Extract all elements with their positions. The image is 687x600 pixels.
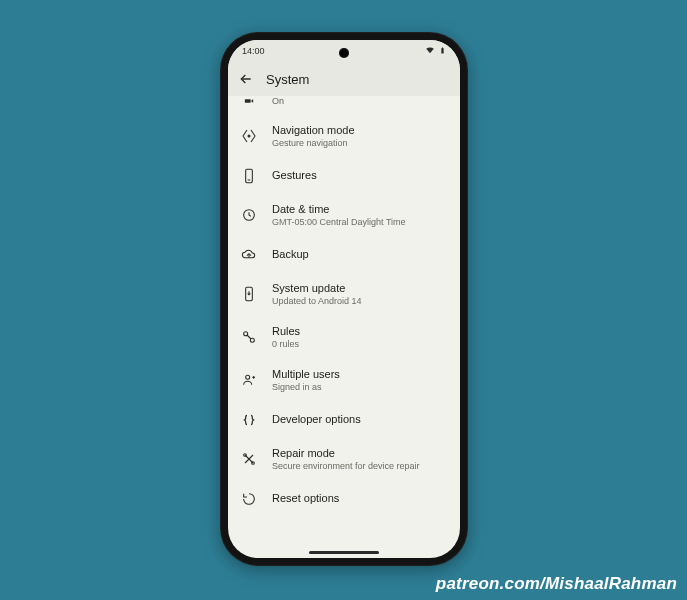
item-title: Multiple users [272, 368, 340, 382]
item-title: Rules [272, 325, 300, 339]
item-title: System update [272, 282, 362, 296]
developer-icon [240, 411, 258, 429]
wifi-icon [425, 45, 435, 57]
item-title: Developer options [272, 413, 361, 427]
page-title: System [266, 72, 309, 87]
navigation-icon [240, 127, 258, 145]
repair-icon [240, 450, 258, 468]
screen: 14:00 System On [228, 40, 460, 558]
list-item-backup[interactable]: Backup [228, 237, 460, 273]
list-item-date-time[interactable]: Date & time GMT-05:00 Central Daylight T… [228, 194, 460, 237]
item-title: Date & time [272, 203, 406, 217]
status-time: 14:00 [242, 46, 265, 56]
partial-icon [240, 96, 258, 106]
item-sub: 0 rules [272, 339, 300, 350]
item-title: Gestures [272, 169, 317, 183]
list-item-system-update[interactable]: System update Updated to Android 14 [228, 273, 460, 316]
item-title: Backup [272, 248, 309, 262]
front-camera [339, 48, 349, 58]
backup-icon [240, 246, 258, 264]
svg-rect-0 [245, 99, 251, 102]
list-item-rules[interactable]: Rules 0 rules [228, 316, 460, 359]
phone-frame: 14:00 System On [220, 32, 468, 566]
back-button[interactable] [238, 71, 254, 87]
gestures-icon [240, 167, 258, 185]
list-item-multiple-users[interactable]: Multiple users Signed in as [228, 359, 460, 402]
app-bar: System [228, 62, 460, 96]
clock-icon [240, 206, 258, 224]
item-sub: Gesture navigation [272, 138, 355, 149]
list-item-partial[interactable]: On [228, 96, 460, 115]
item-sub: Updated to Android 14 [272, 296, 362, 307]
update-icon [240, 285, 258, 303]
list-item-repair-mode[interactable]: Repair mode Secure environment for devic… [228, 438, 460, 481]
gesture-nav-bar[interactable] [309, 551, 379, 554]
partial-sub: On [272, 96, 284, 107]
item-sub: Secure environment for device repair [272, 461, 420, 472]
item-sub: Signed in as [272, 382, 340, 393]
item-title: Repair mode [272, 447, 420, 461]
settings-list: On Navigation mode Gesture navigation Ge… [228, 96, 460, 558]
svg-rect-2 [246, 169, 253, 182]
list-item-developer-options[interactable]: Developer options [228, 402, 460, 438]
watermark: patreon.com/MishaalRahman [436, 574, 677, 594]
list-item-gestures[interactable]: Gestures [228, 158, 460, 194]
svg-point-1 [248, 135, 250, 137]
battery-icon [439, 45, 446, 58]
status-icons [425, 45, 446, 58]
svg-point-7 [246, 376, 250, 380]
item-title: Reset options [272, 492, 339, 506]
reset-icon [240, 490, 258, 508]
item-sub: GMT-05:00 Central Daylight Time [272, 217, 406, 228]
list-item-reset-options[interactable]: Reset options [228, 481, 460, 517]
users-icon [240, 371, 258, 389]
rules-icon [240, 328, 258, 346]
item-title: Navigation mode [272, 124, 355, 138]
list-item-navigation-mode[interactable]: Navigation mode Gesture navigation [228, 115, 460, 158]
